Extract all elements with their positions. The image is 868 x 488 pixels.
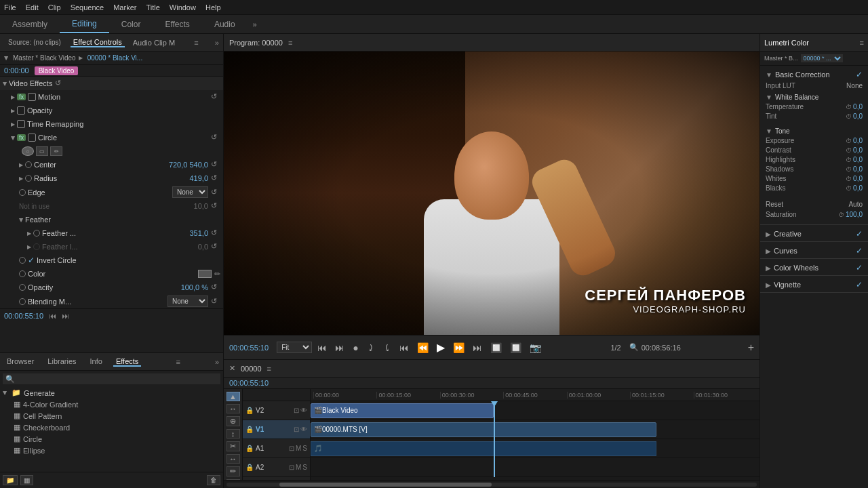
radius-stopwatch[interactable] xyxy=(25,175,32,182)
menu-window[interactable]: Window xyxy=(170,3,196,12)
audio-clip-tab[interactable]: Audio Clip M xyxy=(130,39,178,47)
a1-mute[interactable]: M xyxy=(296,445,301,452)
extract-btn[interactable]: 🔲 xyxy=(507,341,524,354)
fa-stopwatch[interactable] xyxy=(33,230,40,237)
shadows-value[interactable]: 0,0 xyxy=(853,165,863,173)
timeline-content[interactable]: 00:00:00 00:00:15:00 00:00:30:00 00:00:4… xyxy=(311,389,760,480)
playhead[interactable] xyxy=(494,401,495,477)
a1-solo[interactable]: S xyxy=(302,445,307,452)
center-reset[interactable]: ↺ xyxy=(211,160,220,169)
a2-sync[interactable]: ⊡ xyxy=(289,464,294,471)
center-stopwatch[interactable] xyxy=(25,161,32,168)
generate-folder[interactable]: ▶ 📁 Generate xyxy=(3,387,220,399)
lut-value[interactable]: None xyxy=(846,82,863,89)
ripple-tool[interactable]: ⊕ xyxy=(226,416,240,426)
hl-stopwatch[interactable]: ⏱ xyxy=(846,157,852,163)
curves-check[interactable]: ✓ xyxy=(856,246,863,256)
select-tool[interactable]: ▲ xyxy=(226,392,240,401)
libraries-tab[interactable]: Libraries xyxy=(45,357,79,367)
sat-value[interactable]: 100,0 xyxy=(846,211,863,218)
contrast-value[interactable]: 0,0 xyxy=(853,146,863,154)
ec-expand-icon[interactable]: ▶ xyxy=(3,56,9,60)
temp-stopwatch[interactable]: ⏱ xyxy=(846,104,852,110)
sh-stopwatch[interactable]: ⏱ xyxy=(846,166,852,173)
cw-expand[interactable]: ▶ xyxy=(766,264,771,272)
bc-reset-btn[interactable]: Reset xyxy=(766,201,783,208)
v1-sync-icon[interactable]: ⊡ xyxy=(294,426,299,433)
tr-eye[interactable] xyxy=(17,120,25,128)
feather-expand[interactable]: ▶ xyxy=(18,218,24,222)
slip-tool[interactable]: ↔ xyxy=(226,454,240,464)
tab-assembly[interactable]: Assembly xyxy=(0,15,60,33)
a2-solo[interactable]: S xyxy=(302,464,307,471)
ic-stopwatch[interactable] xyxy=(19,257,26,264)
v1-mute-icon[interactable]: 👁 xyxy=(300,426,307,433)
bl-stopwatch[interactable]: ⏱ xyxy=(846,185,852,192)
track-select-tool[interactable]: ↔ xyxy=(226,404,240,413)
wb-expand[interactable]: ▼ xyxy=(766,94,772,101)
edge-stopwatch[interactable] xyxy=(19,189,26,196)
effects-item-4color[interactable]: ▦ 4-Color Gradient xyxy=(3,399,220,410)
opacity-expand[interactable]: ▶ xyxy=(11,108,15,114)
exposure-value[interactable]: 0,0 xyxy=(853,137,863,144)
bc-expand-icon[interactable]: ▼ xyxy=(766,71,772,79)
effects-search-input[interactable] xyxy=(3,373,220,384)
v2-lock[interactable]: 🔒 xyxy=(245,407,254,414)
creative-header[interactable]: ▶ Creative ✓ xyxy=(760,225,868,241)
pencil-icon[interactable]: ✏ xyxy=(214,270,220,279)
menu-title[interactable]: Title xyxy=(146,3,159,12)
panel-expand-icon[interactable]: » xyxy=(215,39,219,47)
wb-header[interactable]: ▼ White Balance xyxy=(766,94,863,101)
vig-check[interactable]: ✓ xyxy=(856,280,863,289)
v1-track[interactable]: 🎬 00000.MTS [V] xyxy=(311,420,760,439)
tr-expand[interactable]: ▶ xyxy=(11,121,15,127)
effects-item-checker[interactable]: ▦ Checkerboard xyxy=(3,422,220,433)
timeline-scrollbar[interactable] xyxy=(224,480,760,488)
fl-reset[interactable]: ↺ xyxy=(211,242,220,251)
bottom-menu-icon[interactable]: ≡ xyxy=(176,358,180,366)
curves-header[interactable]: ▶ Curves ✓ xyxy=(760,242,868,258)
invert-circle-check[interactable]: ✓ xyxy=(28,256,35,265)
panel-menu-icon[interactable]: ≡ xyxy=(194,39,198,47)
curves-expand[interactable]: ▶ xyxy=(766,247,771,255)
pen-tool[interactable]: ✏ xyxy=(226,466,240,476)
bm-stopwatch[interactable] xyxy=(19,298,26,305)
menu-edit[interactable]: Edit xyxy=(26,3,39,12)
basic-correction-header[interactable]: ▼ Basic Correction ✓ xyxy=(760,66,868,82)
cont-stopwatch[interactable]: ⏱ xyxy=(846,147,852,154)
export-frame-btn[interactable]: 📷 xyxy=(527,341,544,354)
vignette-header[interactable]: ▶ Vignette ✓ xyxy=(760,276,868,292)
circle-eye[interactable] xyxy=(28,134,36,142)
lumetri-clip-select[interactable]: 00000 * ... xyxy=(801,54,843,62)
rect-shape-btn[interactable]: ▭ xyxy=(36,146,48,156)
program-menu-icon[interactable]: ≡ xyxy=(288,39,292,47)
menu-help[interactable]: Help xyxy=(205,3,221,12)
fa-value[interactable]: 351,0 xyxy=(189,229,208,237)
menu-marker[interactable]: Marker xyxy=(113,3,136,12)
fa-expand[interactable]: ▶ xyxy=(27,230,31,237)
fa-reset[interactable]: ↺ xyxy=(211,228,220,238)
edge-reset[interactable]: ↺ xyxy=(211,188,220,197)
creative-expand[interactable]: ▶ xyxy=(766,230,771,238)
blacks-value[interactable]: 0,0 xyxy=(853,184,863,192)
temp-value[interactable]: 0,0 xyxy=(853,103,863,110)
bm-select[interactable]: None Normal Multiply xyxy=(167,296,208,307)
last-frame-btn[interactable]: ⏭ xyxy=(470,341,485,354)
oe-stopwatch[interactable] xyxy=(19,284,26,291)
ec-clip-expand[interactable]: ▶ xyxy=(79,55,83,61)
step-back2-btn[interactable]: ⏮ xyxy=(397,341,412,354)
first-frame-btn[interactable]: ⏮ xyxy=(315,341,330,354)
opacity-eye[interactable] xyxy=(17,106,25,115)
tl-close-btn[interactable]: ✕ xyxy=(229,364,235,373)
oe-reset[interactable]: ↺ xyxy=(211,283,220,292)
ve-reset-btn[interactable]: ↺ xyxy=(55,79,64,88)
bc-check[interactable]: ✓ xyxy=(856,70,863,79)
a2-track[interactable] xyxy=(311,458,760,477)
oe-value[interactable]: 100,0 % xyxy=(181,283,208,291)
color-stopwatch[interactable] xyxy=(19,270,26,277)
browser-tab[interactable]: Browser xyxy=(4,357,37,367)
v1-lock[interactable]: 🔒 xyxy=(245,426,254,433)
center-expand[interactable]: ▶ xyxy=(19,162,23,168)
delete-btn[interactable]: 🗑 xyxy=(207,475,220,485)
mark-out-btn[interactable]: ⤸ xyxy=(364,341,378,354)
